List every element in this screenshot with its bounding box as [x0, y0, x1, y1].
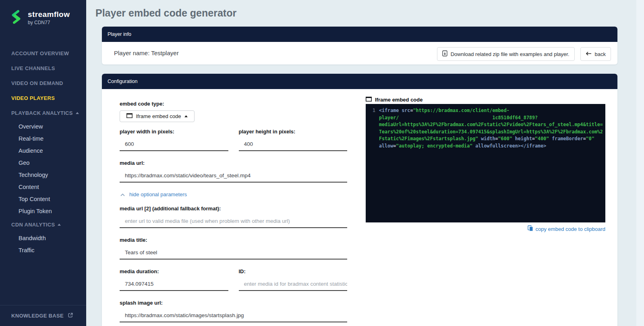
brand-logo[interactable]: streamflow by CDN77: [0, 0, 86, 27]
collapse-caret-icon: [76, 112, 79, 114]
media-id-input[interactable]: [239, 275, 348, 291]
sidebar: streamflow by CDN77 ACCOUNT OVERVIEW LIV…: [0, 0, 86, 326]
player-width-label: player width in pixels:: [120, 129, 228, 135]
download-file-icon: [442, 50, 447, 58]
media-duration-label: media duration:: [120, 268, 228, 275]
sidebar-item-video-on-demand[interactable]: VIDEO ON DEMAND: [0, 76, 86, 91]
brand-subtitle: by CDN77: [28, 20, 70, 25]
player-info-card: Player info Player name: Testplayer Down…: [102, 27, 617, 64]
download-zip-button[interactable]: Download related zip file with examples …: [437, 47, 575, 61]
media-url2-label: media url [2] (additional fallback forma…: [120, 206, 347, 212]
page-scrollbar[interactable]: [636, 0, 644, 326]
player-name-text: Player name: Testplayer: [114, 50, 179, 56]
media-duration-input[interactable]: [120, 275, 228, 291]
sidebar-item-geo[interactable]: Geo: [0, 157, 86, 169]
streamflow-logo-icon: [8, 9, 24, 27]
media-duration-field-group: media duration:: [120, 268, 228, 291]
media-id-label: ID:: [239, 268, 348, 275]
sidebar-item-video-players[interactable]: VIDEO PLAYERS: [0, 91, 86, 106]
sidebar-item-cdn-analytics[interactable]: CDN ANALYTICS: [0, 217, 86, 232]
sidebar-item-live-channels[interactable]: LIVE CHANNELS: [0, 61, 86, 76]
player-width-input[interactable]: [120, 135, 228, 151]
sidebar-item-audience[interactable]: Audience: [0, 145, 86, 157]
main-content: Player embed code generator Player info …: [86, 0, 644, 326]
copy-icon: [528, 225, 533, 233]
sidebar-item-technology[interactable]: Technology: [0, 169, 86, 181]
chevron-up-icon: [184, 115, 188, 117]
configuration-card: Configuration embed code type: Iframe em…: [102, 74, 617, 326]
external-link-icon: [68, 312, 73, 319]
sidebar-item-account-overview[interactable]: ACCOUNT OVERVIEW: [0, 46, 86, 61]
media-url2-field-group: media url [2] (additional fallback forma…: [120, 206, 347, 228]
player-width-field-group: player width in pixels:: [120, 129, 228, 151]
sidebar-nav: ACCOUNT OVERVIEW LIVE CHANNELS VIDEO ON …: [0, 46, 86, 256]
sidebar-item-overview[interactable]: Overview: [0, 120, 86, 133]
embed-code-lines: 1<iframe src="https://bradmax.com/client…: [369, 107, 602, 150]
embed-code-type-value: Iframe embed code: [136, 113, 181, 119]
sidebar-item-top-content[interactable]: Top Content: [0, 193, 86, 205]
player-height-label: player height in pixels:: [239, 129, 348, 135]
sidebar-item-playback-analytics[interactable]: PLAYBACK ANALYTICS: [0, 106, 86, 120]
sidebar-item-content[interactable]: Content: [0, 181, 86, 193]
sidebar-item-real-time[interactable]: Real-time: [0, 133, 86, 145]
media-url-input[interactable]: [120, 166, 347, 183]
sidebar-item-knowledge-base[interactable]: KNOWLEDGE BASE: [0, 305, 86, 326]
media-url-field-group: media url:: [120, 160, 347, 183]
media-id-field-group: ID:: [239, 268, 348, 291]
iframe-icon: [366, 97, 372, 103]
splash-image-url-input[interactable]: [120, 306, 347, 322]
media-url2-input[interactable]: [120, 212, 347, 228]
splash-image-url-label: splash image url:: [120, 300, 347, 306]
media-url-label: media url:: [120, 160, 347, 166]
player-height-field-group: player height in pixels:: [239, 129, 348, 151]
player-height-input[interactable]: [239, 135, 348, 151]
sidebar-item-plugin-token[interactable]: Plugin Token: [0, 205, 86, 217]
media-title-field-group: media title:: [120, 237, 347, 260]
sidebar-item-traffic[interactable]: Traffic: [0, 244, 86, 256]
hide-optional-parameters-link[interactable]: hide optional parameters: [120, 191, 347, 197]
copy-embed-code-link[interactable]: copy embed code to clipboard: [528, 225, 605, 233]
brand-name: streamflow: [28, 10, 70, 19]
media-title-input[interactable]: [120, 243, 347, 260]
embed-code-panel: Iframe embed code 1<iframe src="https://…: [366, 97, 605, 233]
embed-code-header: Iframe embed code: [375, 97, 423, 103]
iframe-icon: [126, 113, 133, 119]
chevron-up-icon: [120, 191, 125, 197]
splash-image-url-field-group: splash image url:: [120, 300, 347, 322]
configuration-form: embed code type: Iframe embed code playe…: [120, 101, 347, 326]
sidebar-item-bandwidth[interactable]: Bandwidth: [0, 232, 86, 244]
embed-code-type-dropdown[interactable]: Iframe embed code: [120, 110, 195, 122]
media-title-label: media title:: [120, 237, 347, 243]
configuration-card-header: Configuration: [102, 74, 617, 89]
back-arrow-icon: [586, 51, 592, 57]
embed-code-type-label: embed code type:: [120, 101, 347, 107]
player-info-card-header: Player info: [102, 27, 617, 42]
collapse-caret-icon: [58, 224, 61, 226]
embed-code-block: 1<iframe src="https://bradmax.com/client…: [366, 104, 605, 222]
page-title: Player embed code generator: [95, 7, 236, 19]
back-button[interactable]: back: [580, 47, 611, 61]
